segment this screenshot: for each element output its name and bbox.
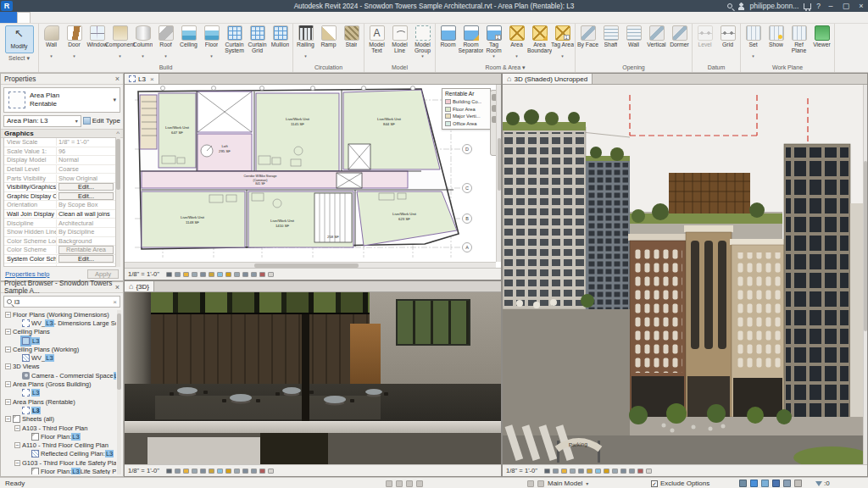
graphic-display-icon[interactable] bbox=[175, 272, 181, 277]
crop-view-icon[interactable] bbox=[578, 469, 584, 474]
area-button[interactable]: Area▾ bbox=[505, 25, 528, 63]
displacement-icon[interactable] bbox=[629, 469, 635, 474]
shaft-button[interactable]: Shaft bbox=[599, 25, 622, 63]
dormer-button[interactable]: Dormer bbox=[668, 25, 691, 63]
model-line-button[interactable]: Model Line bbox=[388, 25, 411, 63]
tree-item-ceiling-plans-working[interactable]: − Ceiling Plans (Working) bbox=[3, 345, 116, 353]
filter-icon[interactable] bbox=[815, 481, 822, 486]
minimize-button[interactable]: – bbox=[826, 0, 836, 12]
vertical-opening-button[interactable]: Vertical bbox=[645, 25, 668, 63]
show-crop-icon[interactable] bbox=[587, 469, 593, 474]
tab-annotate[interactable] bbox=[90, 12, 102, 23]
collapse-section-icon[interactable]: ^ bbox=[116, 130, 120, 137]
tree-expander-icon[interactable] bbox=[14, 408, 20, 413]
graphic-display-icon[interactable] bbox=[553, 469, 559, 474]
project-browser-header[interactable]: Project Browser - Snowdon Towers Sample … bbox=[1, 282, 123, 293]
close-view-icon[interactable]: × bbox=[150, 75, 154, 83]
visual-style-icon[interactable] bbox=[166, 272, 172, 277]
property-value[interactable]: By Scope Box bbox=[57, 201, 115, 208]
property-value[interactable]: Edit... bbox=[58, 183, 114, 191]
design-option-selector[interactable]: Main Model bbox=[548, 480, 582, 487]
browser-search-input[interactable]: l3 × bbox=[3, 296, 120, 308]
tab-architecture[interactable] bbox=[17, 12, 31, 23]
property-value[interactable]: Edit... bbox=[58, 255, 114, 263]
tree-expander-icon[interactable] bbox=[14, 355, 20, 361]
tree-expander-icon[interactable] bbox=[14, 390, 20, 396]
shadows-icon[interactable] bbox=[192, 469, 198, 474]
wall-opening-button[interactable]: Wall bbox=[622, 25, 645, 63]
search-icon[interactable] bbox=[727, 3, 732, 8]
property-row[interactable]: Visibility/Graphics ... Edit... bbox=[4, 183, 115, 192]
tree-item-sheets-all[interactable]: − Sheets (all) bbox=[3, 415, 116, 424]
temporary-hide-icon[interactable] bbox=[595, 469, 601, 474]
select-group-label[interactable]: Select ▾ bbox=[0, 53, 38, 63]
type-selector-dropdown-icon[interactable]: ▾ bbox=[109, 97, 120, 103]
property-row[interactable]: Color Scheme Loc... Background bbox=[4, 237, 115, 247]
tree-item-sheet-a103[interactable]: − A103 - Third Floor Plan bbox=[3, 424, 116, 432]
ref-plane-button[interactable]: Ref Plane bbox=[787, 25, 810, 63]
work-plane-group-label[interactable]: Work Plane bbox=[741, 63, 834, 72]
tab-manage[interactable] bbox=[149, 12, 161, 23]
crop-view-icon[interactable] bbox=[200, 469, 206, 474]
tab-steel[interactable] bbox=[42, 12, 54, 23]
properties-header[interactable]: Properties × bbox=[1, 74, 123, 85]
app-store-icon[interactable] bbox=[804, 3, 811, 9]
datum-group-label[interactable]: Datum bbox=[693, 63, 740, 72]
model-group-button[interactable]: Model Group▾ bbox=[411, 25, 434, 63]
property-row[interactable]: Detail Level Coarse bbox=[4, 165, 115, 175]
show-work-plane-button[interactable]: Show bbox=[765, 25, 787, 63]
reveal-hidden-icon[interactable] bbox=[225, 469, 231, 474]
interior-3d-tab[interactable]: ⌂ {3D} bbox=[125, 281, 154, 291]
column-button[interactable]: Column▾ bbox=[131, 25, 154, 63]
properties-scrollbar[interactable] bbox=[116, 137, 120, 267]
tree-item-area-plans-rentable[interactable]: − Area Plans (Rentable) bbox=[3, 397, 116, 406]
roof-button[interactable]: Roof▾ bbox=[154, 25, 177, 63]
property-row[interactable]: Color Scheme Rentable Area bbox=[4, 246, 115, 255]
select-pinned-icon[interactable] bbox=[772, 480, 780, 487]
reveal-constraints-icon[interactable] bbox=[259, 469, 265, 474]
tree-item-ceiling-plans[interactable]: − Ceiling Plans bbox=[3, 328, 116, 336]
show-crop-icon[interactable] bbox=[209, 272, 214, 277]
tree-item-area-gross-l3[interactable]: L3 bbox=[3, 389, 116, 397]
curtain-grid-button[interactable]: Curtain Grid bbox=[246, 25, 269, 63]
collapse-icon[interactable] bbox=[646, 469, 652, 474]
tree-expander-icon[interactable]: − bbox=[5, 329, 11, 335]
edit-type-button[interactable]: Edit Type bbox=[83, 117, 120, 125]
scale-button[interactable]: 1/8" = 1'-0" bbox=[128, 270, 159, 278]
exclude-options-checkbox[interactable]: ✓ bbox=[651, 480, 658, 487]
design-options-icon[interactable] bbox=[527, 480, 534, 487]
tab-analyze[interactable] bbox=[102, 12, 114, 23]
tree-item-sheet-a110[interactable]: − A110 - Third Floor Ceiling Plan bbox=[3, 441, 116, 449]
tag-room-button[interactable]: Tag Room▾ bbox=[482, 25, 505, 63]
area-boundary-button[interactable]: Area Boundary bbox=[528, 25, 551, 63]
sun-path-icon[interactable] bbox=[561, 469, 567, 474]
tree-expander-icon[interactable] bbox=[24, 469, 30, 474]
property-value[interactable]: Clean all wall joins bbox=[57, 210, 115, 218]
select-underlay-icon[interactable] bbox=[761, 480, 769, 487]
street-render-canvas[interactable]: Parking bbox=[503, 85, 863, 464]
level-button[interactable]: Level bbox=[693, 25, 716, 63]
property-value[interactable]: Coarse bbox=[57, 165, 115, 173]
tree-expander-icon[interactable] bbox=[14, 373, 20, 379]
reveal-hidden-icon[interactable] bbox=[604, 469, 609, 474]
instance-selector[interactable]: Area Plan: L3 ▾ bbox=[3, 115, 81, 127]
graphic-display-icon[interactable] bbox=[175, 469, 181, 474]
property-row[interactable]: Discipline Architectural bbox=[4, 219, 115, 228]
clear-search-icon[interactable]: × bbox=[113, 298, 117, 306]
tree-expander-icon[interactable]: − bbox=[5, 381, 11, 387]
shadows-icon[interactable] bbox=[570, 469, 576, 474]
property-row[interactable]: System Color Sche... Edit... bbox=[4, 255, 115, 264]
worksharing-display-icon[interactable] bbox=[612, 469, 618, 474]
tab-insert[interactable] bbox=[78, 12, 90, 23]
opening-group-label[interactable]: Opening bbox=[576, 63, 692, 72]
viewer-button[interactable]: Viewer bbox=[810, 25, 833, 63]
editable-only-icon[interactable] bbox=[739, 480, 747, 487]
shadows-icon[interactable] bbox=[192, 272, 198, 277]
tree-item-a103-floor-plan-l3[interactable]: Floor Plan: L3 bbox=[3, 432, 116, 441]
set-work-plane-button[interactable]: Set▾ bbox=[742, 25, 765, 63]
tab-massing-site[interactable] bbox=[114, 12, 125, 23]
curtain-system-button[interactable]: Curtain System bbox=[223, 25, 246, 63]
tab-systems[interactable] bbox=[66, 12, 78, 23]
stair-button[interactable]: Stair bbox=[340, 25, 363, 63]
tree-expander-icon[interactable]: − bbox=[5, 416, 11, 422]
